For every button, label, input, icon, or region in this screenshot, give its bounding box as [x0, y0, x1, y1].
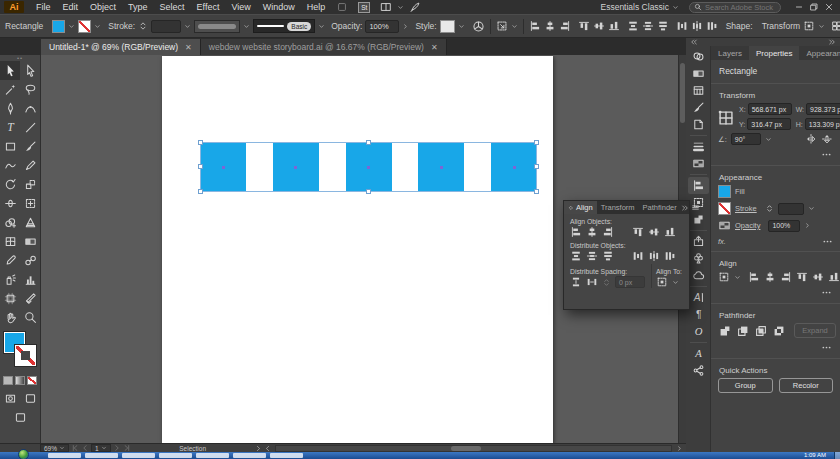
document-tab-storyboard[interactable]: webdew website storyboard.ai @ 16.67% (R…: [201, 39, 447, 55]
fill-color-swatch[interactable]: [52, 20, 65, 33]
distribute-bottom-icon[interactable]: [657, 20, 669, 32]
chevron-down-icon[interactable]: [511, 23, 518, 30]
tab-transform[interactable]: Transform: [597, 201, 639, 214]
horizontal-scrollbar[interactable]: [275, 445, 672, 452]
share-panel-icon[interactable]: [688, 362, 709, 379]
stroke-color-swatch[interactable]: [78, 20, 91, 33]
canvas-rectangle[interactable]: [491, 142, 537, 192]
x-field[interactable]: 568.671 px: [748, 103, 792, 115]
show-desktop-button[interactable]: [834, 452, 840, 459]
distribute-bottom-icon[interactable]: [602, 250, 614, 262]
flip-horizontal-icon[interactable]: [805, 133, 817, 145]
chevron-down-icon[interactable]: [818, 23, 825, 30]
gradient-panel-icon[interactable]: [688, 65, 709, 82]
stroke-panel-icon[interactable]: [688, 138, 709, 155]
menu-object[interactable]: Object: [84, 2, 122, 12]
transform-options-icon[interactable]: [803, 20, 815, 32]
collapse-panel-icon[interactable]: [681, 204, 689, 212]
symbol-sprayer-tool[interactable]: [0, 270, 20, 289]
taskbar-app-button[interactable]: [196, 453, 229, 458]
opacity-field[interactable]: 100%: [365, 20, 399, 33]
pathfinder-intersect-icon[interactable]: [754, 324, 768, 338]
assets-panel-icon[interactable]: [688, 250, 709, 267]
gpu-performance-icon[interactable]: [409, 1, 421, 13]
align-left-icon[interactable]: [748, 271, 760, 283]
recolor-button[interactable]: Recolor: [779, 378, 834, 393]
color-panel-icon[interactable]: [688, 48, 709, 65]
pencil-tool[interactable]: [20, 156, 40, 175]
reference-point-icon[interactable]: [717, 106, 735, 130]
stroke-color-swatch[interactable]: [718, 202, 731, 215]
artboard-tool[interactable]: [0, 289, 20, 308]
transparency-panel-icon[interactable]: [688, 155, 709, 172]
align-right-icon[interactable]: [780, 271, 792, 283]
distribute-right-icon[interactable]: [706, 20, 718, 32]
menu-view[interactable]: View: [225, 2, 256, 12]
taskbar-app-button[interactable]: [85, 453, 118, 458]
column-graph-tool[interactable]: [20, 270, 40, 289]
chevron-down-icon[interactable]: [318, 23, 325, 30]
arrange-documents-icon[interactable]: [380, 1, 392, 13]
vertical-space-icon[interactable]: [570, 276, 582, 288]
menu-window[interactable]: Window: [257, 2, 301, 12]
recolor-artwork-icon[interactable]: [472, 20, 485, 33]
lasso-tool[interactable]: [20, 80, 40, 99]
gradient-button[interactable]: [15, 376, 25, 385]
align-vertical-center-icon[interactable]: [593, 20, 605, 32]
w-field[interactable]: 928.373 px: [806, 103, 840, 115]
tab-properties[interactable]: Properties: [749, 46, 799, 60]
taskbar-app-button[interactable]: [48, 453, 81, 458]
more-options-icon[interactable]: [821, 342, 832, 353]
horizontal-space-icon[interactable]: [586, 276, 598, 288]
align-bottom-icon[interactable]: [828, 271, 840, 283]
menu-type[interactable]: Type: [122, 2, 154, 12]
color-button[interactable]: [3, 376, 13, 385]
shape-builder-tool[interactable]: [0, 213, 20, 232]
align-to-icon[interactable]: [718, 271, 730, 283]
document-tab-untitled[interactable]: Untitled-1* @ 69% (RGB/Preview) ✕: [41, 39, 201, 55]
style-swatch[interactable]: [440, 20, 455, 33]
search-input[interactable]: [705, 3, 777, 12]
align-right-icon[interactable]: [602, 226, 614, 238]
stroke-label[interactable]: Stroke: [735, 204, 757, 213]
artboard-number-select[interactable]: 1: [91, 444, 111, 452]
align-left-icon[interactable]: [529, 20, 541, 32]
distribute-right-icon[interactable]: [664, 250, 676, 262]
taskbar-app-button[interactable]: [122, 453, 155, 458]
more-options-icon[interactable]: [822, 236, 833, 247]
align-horizontal-center-icon[interactable]: [544, 20, 556, 32]
stroke-weight-stepper-icon[interactable]: [765, 204, 774, 213]
chevron-down-icon[interactable]: [397, 4, 404, 11]
align-to-icon[interactable]: [656, 276, 668, 288]
canvas-rectangle[interactable]: [346, 142, 392, 192]
canvas-rectangle[interactable]: [418, 142, 464, 192]
scrollbar-thumb[interactable]: [451, 446, 481, 451]
start-button[interactable]: [18, 449, 29, 459]
align-top-icon[interactable]: [632, 226, 644, 238]
close-tab-icon[interactable]: ✕: [431, 43, 438, 52]
more-options-icon[interactable]: [821, 149, 832, 160]
panel-menu-icon[interactable]: [691, 203, 700, 212]
transform-label[interactable]: Transform: [762, 21, 800, 31]
curvature-tool[interactable]: [20, 99, 40, 118]
tab-pathfinder[interactable]: Pathfinder: [639, 201, 681, 214]
pathfinder-unite-icon[interactable]: [718, 324, 732, 338]
draw-mode-button[interactable]: [0, 389, 20, 408]
opentype-panel-icon[interactable]: O: [688, 323, 709, 340]
pathfinder-minus-front-icon[interactable]: [736, 324, 750, 338]
gradient-tool[interactable]: [20, 232, 40, 251]
width-profile-select[interactable]: [194, 20, 240, 33]
chevron-down-icon[interactable]: [243, 23, 250, 30]
export-panel-icon[interactable]: [688, 233, 709, 250]
group-button[interactable]: Group: [718, 378, 773, 393]
draw-behind-button[interactable]: [20, 389, 40, 408]
close-tab-icon[interactable]: ✕: [185, 43, 192, 52]
taskbar-app-button[interactable]: [270, 453, 303, 458]
zoom-level-select[interactable]: 69%: [40, 444, 69, 452]
fill-color-swatch[interactable]: [718, 185, 731, 198]
rotate-tool[interactable]: [0, 175, 20, 194]
stroke-weight-field[interactable]: [778, 203, 804, 215]
blend-tool[interactable]: [20, 251, 40, 270]
chevron-right-icon[interactable]: [402, 23, 409, 30]
chevron-down-icon[interactable]: [734, 274, 741, 281]
